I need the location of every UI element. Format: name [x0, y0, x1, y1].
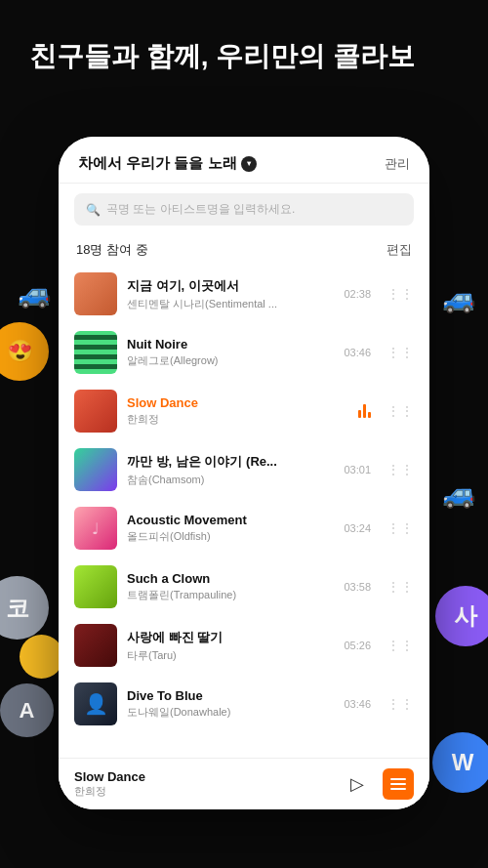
- svg-rect-1: [390, 783, 406, 785]
- song-artist: 센티멘탈 시나리(Sentimental ...: [127, 297, 334, 311]
- song-artist: 참솜(Chamsom): [127, 473, 334, 487]
- song-duration: 03:46: [344, 347, 371, 358]
- table-row[interactable]: Such a Clown 트램폴린(Trampauline) 03:58 ⋮⋮: [59, 558, 429, 616]
- table-row[interactable]: 까만 방, 남은 이야기 (Re... 참솜(Chamsom) 03:01 ⋮⋮: [59, 440, 429, 499]
- playlist-title-text: 차에서 우리가 들을 노래: [78, 154, 237, 173]
- svg-rect-2: [390, 788, 406, 790]
- song-thumbnail: [74, 565, 117, 608]
- song-info: Such a Clown 트램폴린(Trampauline): [127, 571, 334, 602]
- search-icon: 🔍: [86, 203, 101, 217]
- song-name: Dive To Blue: [127, 688, 334, 703]
- letter-a-bubble: A: [0, 683, 54, 737]
- song-duration: 03:58: [344, 581, 371, 593]
- song-options-icon[interactable]: ⋮⋮: [386, 520, 414, 536]
- table-row[interactable]: Slow Dance 한희정 ⋮⋮: [59, 382, 429, 440]
- circle-yellow-bubble: [20, 635, 63, 679]
- player-current-artist: 한희정: [74, 784, 332, 799]
- table-row[interactable]: 👤 Dive To Blue 도나웨일(Donawhale) 03:46 ⋮⋮: [59, 675, 429, 733]
- table-row[interactable]: Nuit Noire 알레그로(Allegrow) 03:46 ⋮⋮: [59, 323, 429, 382]
- song-options-icon[interactable]: ⋮⋮: [386, 345, 414, 360]
- song-options-icon[interactable]: ⋮⋮: [386, 286, 414, 302]
- song-thumbnail: 👤: [74, 682, 117, 725]
- song-options-icon[interactable]: ⋮⋮: [386, 403, 414, 419]
- hero-text: 친구들과 함께, 우리만의 콜라보: [29, 39, 459, 74]
- song-name: 까만 방, 남은 이야기 (Re...: [127, 453, 334, 471]
- song-thumbnail: ♩: [74, 507, 117, 550]
- edit-button[interactable]: 편집: [386, 241, 412, 259]
- song-artist: 도나웨일(Donawhale): [127, 705, 334, 720]
- emoji-face-bubble: 😍: [0, 322, 49, 381]
- song-duration: 05:26: [344, 640, 371, 651]
- truck-right-mid: 🚙: [434, 469, 483, 517]
- search-bar[interactable]: 🔍 곡명 또는 아티스트명을 입력하세요.: [74, 193, 414, 226]
- song-artist: 알레그로(Allegrow): [127, 353, 334, 368]
- truck-right-top: 🚙: [434, 273, 483, 322]
- song-artist: 올드피쉬(Oldfish): [127, 529, 334, 544]
- song-artist: 한희정: [127, 412, 348, 427]
- manage-button[interactable]: 관리: [385, 155, 410, 173]
- song-info: Nuit Noire 알레그로(Allegrow): [127, 337, 334, 368]
- player-info: Slow Dance 한희정: [74, 769, 332, 799]
- song-name: 지금 여기, 이곳에서: [127, 277, 334, 295]
- song-name: Acoustic Movement: [127, 513, 334, 527]
- play-button[interactable]: ▷: [342, 768, 373, 800]
- table-row[interactable]: ♩ Acoustic Movement 올드피쉬(Oldfish) 03:24 …: [59, 499, 429, 558]
- svg-rect-0: [390, 778, 406, 780]
- song-info: 지금 여기, 이곳에서 센티멘탈 시나리(Sentimental ...: [127, 277, 334, 311]
- playing-indicator: [358, 404, 371, 418]
- song-duration: 03:46: [344, 698, 371, 710]
- song-options-icon[interactable]: ⋮⋮: [386, 696, 414, 712]
- participants-count: 18명 참여 중: [76, 241, 148, 259]
- letter-sa-bubble: 사: [435, 586, 488, 646]
- bottom-player: Slow Dance 한희정 ▷: [59, 758, 429, 809]
- queue-button[interactable]: [383, 768, 414, 800]
- playlist-title: 차에서 우리가 들을 노래 ▾: [78, 154, 257, 173]
- participants-row: 18명 참여 중 편집: [59, 235, 429, 265]
- song-info: Slow Dance 한희정: [127, 395, 348, 427]
- letter-w-bubble: W: [432, 732, 488, 793]
- song-duration: 03:24: [344, 522, 371, 534]
- song-name: 사랑에 빠진 딸기: [127, 629, 334, 646]
- search-input[interactable]: 곡명 또는 아티스트명을 입력하세요.: [106, 201, 295, 218]
- song-info: Acoustic Movement 올드피쉬(Oldfish): [127, 513, 334, 544]
- song-thumbnail: [74, 624, 117, 667]
- song-list: 지금 여기, 이곳에서 센티멘탈 시나리(Sentimental ... 02:…: [59, 265, 429, 758]
- song-name: Slow Dance: [127, 395, 348, 410]
- song-thumbnail: [74, 390, 117, 433]
- player-current-song: Slow Dance: [74, 769, 332, 784]
- song-name: Such a Clown: [127, 571, 334, 586]
- song-artist: 타루(Taru): [127, 648, 334, 663]
- song-options-icon[interactable]: ⋮⋮: [386, 638, 414, 653]
- song-info: Dive To Blue 도나웨일(Donawhale): [127, 688, 334, 720]
- letter-ko-bubble: 코: [0, 576, 49, 640]
- song-duration: 03:01: [344, 464, 371, 475]
- playlist-header: 차에서 우리가 들을 노래 ▾ 관리: [59, 137, 429, 184]
- song-thumbnail: [74, 448, 117, 491]
- table-row[interactable]: 사랑에 빠진 딸기 타루(Taru) 05:26 ⋮⋮: [59, 616, 429, 675]
- song-duration: 02:38: [344, 288, 371, 300]
- truck-left-top: 🚙: [10, 269, 59, 317]
- table-row[interactable]: 지금 여기, 이곳에서 센티멘탈 시나리(Sentimental ... 02:…: [59, 265, 429, 323]
- song-name: Nuit Noire: [127, 337, 334, 351]
- song-thumbnail: [74, 331, 117, 374]
- song-options-icon[interactable]: ⋮⋮: [386, 462, 414, 477]
- phone-mockup: 차에서 우리가 들을 노래 ▾ 관리 🔍 곡명 또는 아티스트명을 입력하세요.…: [59, 137, 429, 809]
- song-options-icon[interactable]: ⋮⋮: [386, 579, 414, 595]
- song-artist: 트램폴린(Trampauline): [127, 588, 334, 602]
- song-thumbnail: [74, 272, 117, 315]
- playlist-dropdown-icon[interactable]: ▾: [241, 156, 257, 172]
- song-info: 까만 방, 남은 이야기 (Re... 참솜(Chamsom): [127, 453, 334, 487]
- song-info: 사랑에 빠진 딸기 타루(Taru): [127, 629, 334, 663]
